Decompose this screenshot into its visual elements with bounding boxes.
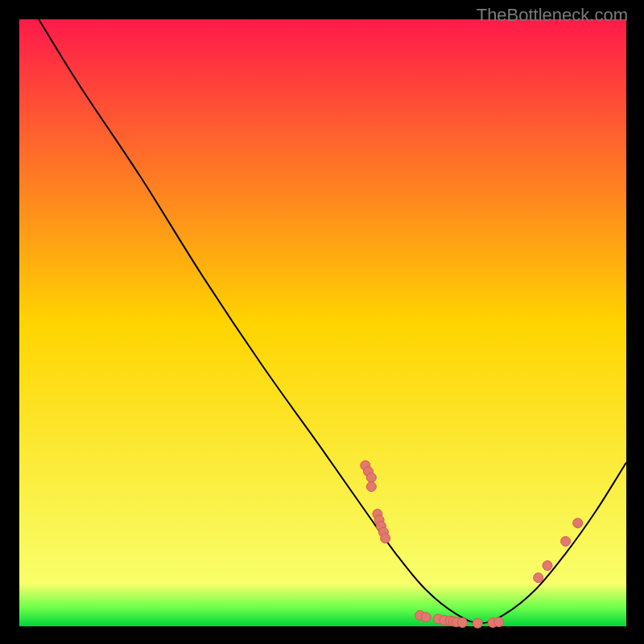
bottleneck-chart — [0, 0, 644, 644]
data-point — [473, 618, 482, 628]
data-point — [494, 617, 504, 627]
data-point — [381, 534, 390, 543]
data-point — [534, 573, 543, 583]
data-point — [366, 482, 376, 492]
data-point — [543, 561, 552, 571]
data-point — [457, 617, 467, 627]
data-point — [421, 613, 431, 622]
watermark: TheBottleneck.com — [477, 5, 628, 26]
data-point — [366, 473, 376, 482]
data-point — [561, 536, 571, 546]
chart-background — [19, 19, 626, 626]
data-point — [573, 518, 583, 528]
